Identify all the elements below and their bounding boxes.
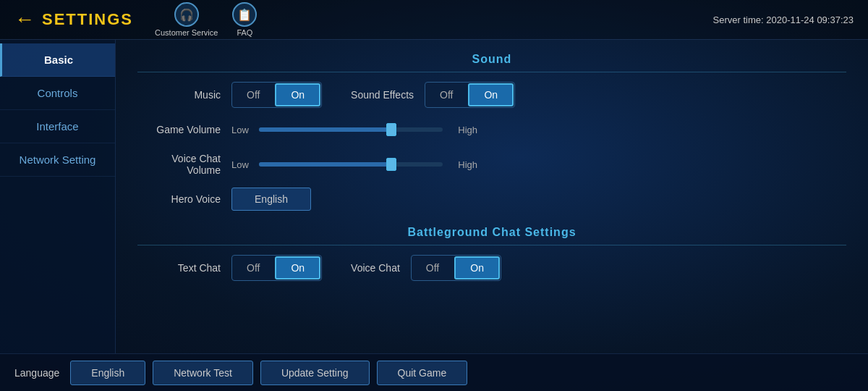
voice-chat-bc-label: Voice Chat: [351, 262, 400, 274]
main-layout: Basic Controls Interface Network Setting…: [0, 40, 868, 353]
music-row: Music Off On Sound Effects Off On: [137, 81, 846, 109]
voice-chat-volume-row: Voice Chat Volume Low High: [137, 151, 846, 178]
voice-chat-track: [259, 162, 443, 167]
sound-section-title: Sound: [137, 47, 846, 72]
game-volume-track: [259, 127, 443, 132]
game-volume-fill: [259, 127, 391, 132]
voice-chat-off-button[interactable]: Off: [412, 258, 454, 278]
hero-voice-dropdown[interactable]: English: [231, 188, 311, 211]
voice-chat-volume-label: Voice Chat Volume: [137, 153, 231, 176]
content-area: Sound Music Off On Sound Effects Off On …: [116, 40, 868, 353]
faq-icon: 📋: [232, 2, 257, 27]
sidebar-item-controls[interactable]: Controls: [0, 77, 115, 110]
music-on-button[interactable]: On: [275, 83, 320, 106]
faq-button[interactable]: 📋 FAQ: [232, 2, 257, 37]
back-button[interactable]: ←: [14, 8, 35, 31]
hero-voice-row: Hero Voice English: [137, 185, 846, 213]
sidebar-item-interface[interactable]: Interface: [0, 110, 115, 143]
text-chat-label: Text Chat: [137, 262, 231, 274]
language-label: Language: [14, 367, 59, 379]
sound-effects-off-button[interactable]: Off: [425, 85, 467, 105]
game-volume-label: Game Volume: [137, 124, 231, 135]
sound-effects-toggle: Off On: [425, 82, 515, 108]
quit-game-button[interactable]: Quit Game: [377, 361, 468, 385]
header: ← SETTINGS 🎧 Customer Service 📋 FAQ Serv…: [0, 0, 868, 40]
music-off-button[interactable]: Off: [232, 85, 274, 105]
sound-effects-label: Sound Effects: [351, 89, 414, 101]
game-volume-row: Game Volume Low High: [137, 116, 846, 143]
music-label: Music: [137, 89, 231, 101]
voice-chat-thumb[interactable]: [386, 158, 396, 171]
text-chat-toggle: Off On: [231, 255, 322, 281]
game-volume-slider[interactable]: Low High: [231, 125, 477, 135]
voice-chat-on-button[interactable]: On: [454, 256, 500, 279]
game-volume-low-label: Low: [231, 125, 253, 135]
game-volume-high-label: High: [448, 125, 477, 135]
page-title: SETTINGS: [42, 10, 133, 29]
hero-voice-label: Hero Voice: [137, 193, 231, 205]
text-chat-row: Text Chat Off On Voice Chat Off On: [137, 254, 846, 282]
sidebar-item-network[interactable]: Network Setting: [0, 143, 115, 177]
update-setting-button[interactable]: Update Setting: [260, 361, 370, 385]
battleground-section-title: Battleground Chat Settings: [137, 220, 846, 245]
language-button[interactable]: English: [70, 361, 145, 385]
text-chat-off-button[interactable]: Off: [232, 258, 274, 278]
customer-service-icon: 🎧: [174, 2, 199, 27]
voice-chat-volume-slider[interactable]: Low High: [231, 159, 477, 170]
network-test-button[interactable]: Network Test: [153, 361, 253, 385]
text-chat-on-button[interactable]: On: [275, 256, 320, 279]
server-time: Server time: 2020-11-24 09:37:23: [713, 14, 854, 25]
voice-chat-low-label: Low: [231, 159, 253, 170]
header-icons: 🎧 Customer Service 📋 FAQ: [155, 2, 257, 37]
sound-effects-on-button[interactable]: On: [468, 83, 514, 106]
sidebar: Basic Controls Interface Network Setting: [0, 40, 116, 353]
game-volume-thumb[interactable]: [386, 123, 396, 136]
customer-service-button[interactable]: 🎧 Customer Service: [155, 2, 218, 37]
voice-chat-fill: [259, 162, 391, 167]
voice-chat-toggle: Off On: [411, 255, 501, 281]
sidebar-item-basic[interactable]: Basic: [0, 43, 115, 77]
voice-chat-high-label: High: [448, 159, 477, 170]
bottom-bar: Language English Network Test Update Set…: [0, 353, 868, 391]
music-toggle: Off On: [231, 82, 322, 108]
